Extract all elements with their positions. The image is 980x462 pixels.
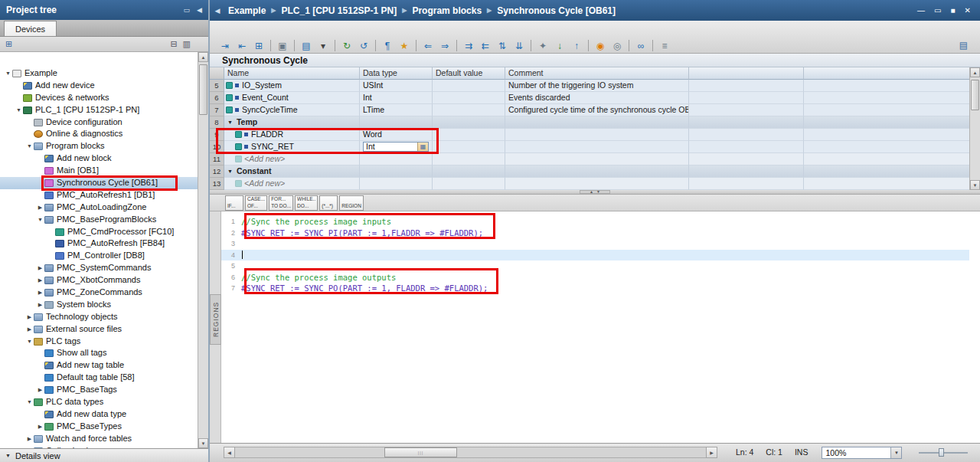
row-datatype[interactable] — [360, 178, 433, 190]
table-scroll-thumb[interactable] — [971, 80, 979, 110]
update-block-calls-icon[interactable]: ⇅ — [495, 39, 510, 53]
operand-dropdown-icon[interactable]: ▾ — [315, 39, 331, 53]
snippet-tab[interactable]: IF... — [225, 195, 243, 211]
header-cell-default[interactable]: Default value — [433, 67, 505, 80]
row-name-cell[interactable]: SYNC_RET — [224, 141, 360, 153]
table-row[interactable]: 9FLADDRWord — [210, 129, 980, 141]
row-comment[interactable]: Number of the triggering IO system — [505, 80, 689, 92]
row-comment[interactable] — [505, 141, 689, 153]
tree-item[interactable]: PMC_CmdProcessor [FC10] — [0, 226, 198, 238]
expand-arrow-icon[interactable]: ▶ — [25, 311, 34, 323]
outdent-icon[interactable]: ⇇ — [478, 39, 493, 53]
tree-item[interactable]: ▼PMC_BaseProgramBlocks — [0, 214, 198, 226]
breadcrumb-item[interactable]: Example — [228, 5, 266, 16]
splitter-down-icon[interactable]: ▼ — [596, 190, 600, 194]
keep-layout-icon[interactable]: ▣ — [275, 39, 290, 53]
section-collapse-icon[interactable]: ▼ — [227, 116, 233, 128]
tree-item[interactable]: ▶Technology objects — [0, 311, 198, 323]
expand-arrow-icon[interactable]: ▼ — [36, 214, 44, 226]
tree-item[interactable]: ▶External source files — [0, 323, 198, 336]
scroll-left-icon[interactable]: ◀ — [224, 447, 235, 458]
code-editor[interactable]: REGIONS 1//Sync the process image inputs… — [210, 211, 980, 443]
tree-item[interactable]: Add new tag table — [0, 359, 198, 372]
tree-item[interactable]: ▶Watch and force tables — [0, 433, 198, 445]
tab-devices[interactable]: Devices — [4, 21, 57, 36]
navigate-forward-icon[interactable]: ⇒ — [437, 39, 452, 53]
regions-tab[interactable]: REGIONS — [210, 294, 221, 345]
tree-item[interactable]: Synchronous Cycle [OB61] — [0, 177, 198, 189]
tree-item[interactable]: ▶System blocks — [0, 299, 198, 311]
snippet-tab[interactable]: WHILE.. DO... — [295, 195, 318, 211]
details-view-bar[interactable]: ▼ Details view — [0, 448, 208, 462]
row-name-cell[interactable]: IO_System — [224, 80, 360, 92]
table-scrollbar[interactable]: ▲ ▼ — [969, 67, 980, 190]
tree-item[interactable]: Add new data type — [0, 408, 198, 421]
row-comment[interactable]: Events discarded — [505, 92, 689, 104]
navigate-back-icon[interactable]: ⇐ — [420, 39, 436, 53]
expand-arrow-icon[interactable]: ▶ — [36, 421, 44, 433]
row-comment[interactable] — [505, 116, 689, 129]
row-datatype[interactable] — [360, 153, 433, 165]
row-name-cell[interactable]: <Add new> — [224, 178, 360, 190]
editor-layout-icon[interactable]: ▤ — [959, 40, 968, 51]
tree-item[interactable]: ▼PLC_1 [CPU 1512SP-1 PN] — [0, 104, 198, 116]
details-view-arrow-icon[interactable]: ▼ — [5, 453, 11, 458]
row-name-cell[interactable]: SyncCycleTime — [224, 104, 360, 116]
row-default-value[interactable] — [433, 104, 505, 116]
scroll-down-icon[interactable]: ▼ — [970, 180, 980, 190]
insert-row-icon[interactable]: ⇥ — [217, 39, 233, 53]
tree-item[interactable]: Devices & networks — [0, 92, 198, 104]
zoom-slider-thumb[interactable] — [939, 448, 944, 457]
close-icon[interactable]: ✕ — [965, 6, 971, 15]
tree-item[interactable]: PM_Controller [DB8] — [0, 250, 198, 262]
snippet-tab[interactable]: (*...*) — [319, 195, 338, 211]
go-online-icon[interactable]: ◉ — [593, 39, 608, 53]
row-default-value[interactable] — [433, 178, 505, 190]
header-cell-comment[interactable]: Comment — [505, 67, 689, 80]
row-name-cell[interactable]: FLADDR — [224, 129, 360, 141]
code-line[interactable]: 2#SYNC_RET := SYNC_PI(PART := 1,FLADDR =… — [221, 228, 969, 239]
zoom-select[interactable]: 100% ▼ — [822, 447, 902, 459]
row-default-value[interactable] — [433, 165, 505, 178]
table-row[interactable]: 10SYNC_RETInt▦ — [210, 141, 980, 153]
datatype-browse-icon[interactable]: ▦ — [417, 143, 428, 151]
tree-item[interactable]: Show all tags — [0, 347, 198, 359]
code-line[interactable]: 7#SYNC_RET := SYNC_PO(PART := 1, FLADDR … — [221, 283, 969, 294]
scroll-up-icon[interactable]: ▲ — [970, 67, 980, 77]
expand-arrow-icon[interactable]: ▼ — [4, 67, 12, 80]
code-line[interactable]: 4 — [221, 250, 969, 261]
zoom-slider[interactable] — [919, 447, 968, 458]
tree-item[interactable]: Add new device — [0, 80, 198, 92]
expand-arrow-icon[interactable]: ▶ — [25, 323, 34, 336]
tree-item[interactable]: Main [OB1] — [0, 165, 198, 177]
scroll-down-icon[interactable]: ▼ — [198, 438, 208, 448]
monitoring-toggle-icon[interactable]: ∞ — [633, 39, 648, 53]
snippet-tab[interactable]: CASE... OF... — [245, 195, 267, 211]
table-row[interactable]: 11<Add new> — [210, 153, 980, 165]
row-default-value[interactable] — [433, 92, 505, 104]
breadcrumb-item[interactable]: Synchronous Cycle [OB61] — [497, 5, 616, 16]
expand-arrow-icon[interactable]: ▼ — [25, 396, 34, 408]
breadcrumb-item[interactable]: Program blocks — [412, 5, 482, 16]
row-name-cell[interactable]: ▼Temp — [224, 116, 360, 129]
refresh-references-icon[interactable]: ↻ — [339, 39, 354, 53]
collapse-all-icon[interactable]: ⊟ — [170, 40, 177, 48]
row-name-cell[interactable]: ▼Constant — [224, 165, 360, 178]
collapse-panel-icon[interactable]: ◀ — [197, 6, 202, 14]
tree-item[interactable]: Online & diagnostics — [0, 128, 198, 140]
code-line[interactable]: 3 — [221, 238, 969, 250]
row-name-cell[interactable]: Event_Count — [224, 92, 360, 104]
tree-item[interactable]: Default tag table [58] — [0, 372, 198, 384]
expand-arrow-icon[interactable]: ▶ — [25, 445, 34, 448]
tree-item[interactable]: ▶PMC_ZoneCommands — [0, 287, 198, 299]
row-datatype[interactable] — [360, 165, 433, 178]
expand-arrow-icon[interactable]: ▶ — [36, 384, 44, 396]
expand-arrow-icon[interactable]: ▼ — [25, 336, 34, 348]
datatype-combo[interactable]: Int▦ — [363, 142, 429, 152]
expand-arrow-icon[interactable]: ▶ — [36, 274, 44, 287]
table-row[interactable]: 6Event_CountIntEvents discarded — [210, 92, 980, 104]
table-row[interactable]: 7SyncCycleTimeLTimeConfigured cycle time… — [210, 104, 980, 116]
code-line[interactable]: 1//Sync the process image inputs — [221, 216, 969, 228]
row-datatype[interactable]: USInt — [360, 80, 433, 92]
section-collapse-icon[interactable]: ▼ — [227, 165, 233, 177]
